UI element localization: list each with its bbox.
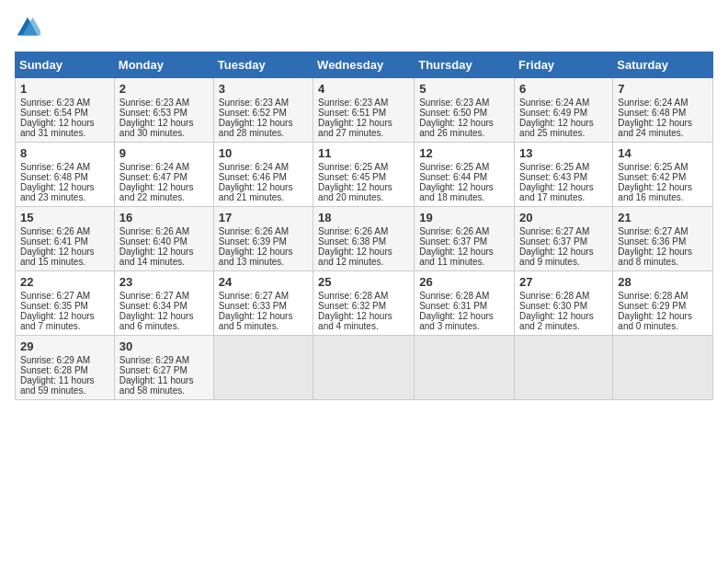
calendar-cell: 8Sunrise: 6:24 AMSunset: 6:48 PMDaylight… xyxy=(16,143,115,207)
daylight-text: Daylight: 11 hours and 58 minutes. xyxy=(119,375,194,396)
daylight-text: Daylight: 12 hours and 31 minutes. xyxy=(20,118,95,138)
calendar-cell: 30Sunrise: 6:29 AMSunset: 6:27 PMDayligh… xyxy=(114,336,213,400)
logo xyxy=(15,15,42,40)
sunrise-text: Sunrise: 6:27 AM xyxy=(519,226,589,236)
sunset-text: Sunset: 6:48 PM xyxy=(618,108,686,118)
sunrise-text: Sunrise: 6:27 AM xyxy=(20,291,90,301)
calendar-cell: 13Sunrise: 6:25 AMSunset: 6:43 PMDayligh… xyxy=(515,143,613,207)
calendar-cell: 12Sunrise: 6:25 AMSunset: 6:44 PMDayligh… xyxy=(415,143,515,207)
sunset-text: Sunset: 6:53 PM xyxy=(119,108,188,118)
day-number: 22 xyxy=(20,275,109,289)
daylight-text: Daylight: 12 hours and 13 minutes. xyxy=(219,247,293,267)
sunset-text: Sunset: 6:37 PM xyxy=(519,236,587,247)
calendar-cell: 27Sunrise: 6:28 AMSunset: 6:30 PMDayligh… xyxy=(515,271,613,336)
sunrise-text: Sunrise: 6:28 AM xyxy=(419,291,489,301)
calendar-cell: 5Sunrise: 6:23 AMSunset: 6:50 PMDaylight… xyxy=(415,78,515,143)
calendar-cell: 4Sunrise: 6:23 AMSunset: 6:51 PMDaylight… xyxy=(313,78,415,143)
day-number: 30 xyxy=(119,339,209,353)
calendar-cell xyxy=(213,336,313,400)
calendar-cell: 16Sunrise: 6:26 AMSunset: 6:40 PMDayligh… xyxy=(114,207,213,271)
daylight-text: Daylight: 12 hours and 30 minutes. xyxy=(119,118,194,138)
daylight-text: Daylight: 12 hours and 20 minutes. xyxy=(318,182,392,202)
calendar-row: 22Sunrise: 6:27 AMSunset: 6:35 PMDayligh… xyxy=(16,271,713,336)
sunrise-text: Sunrise: 6:29 AM xyxy=(20,355,90,365)
day-number: 27 xyxy=(519,275,608,289)
calendar-cell: 3Sunrise: 6:23 AMSunset: 6:52 PMDaylight… xyxy=(213,78,313,143)
day-number: 2 xyxy=(119,82,209,96)
sunrise-text: Sunrise: 6:27 AM xyxy=(219,291,289,301)
day-number: 10 xyxy=(219,146,308,160)
calendar-cell: 2Sunrise: 6:23 AMSunset: 6:53 PMDaylight… xyxy=(114,78,213,143)
daylight-text: Daylight: 12 hours and 23 minutes. xyxy=(20,182,95,202)
day-number: 19 xyxy=(419,211,509,224)
day-number: 12 xyxy=(419,146,509,160)
sunset-text: Sunset: 6:27 PM xyxy=(119,365,188,375)
calendar-cell: 7Sunrise: 6:24 AMSunset: 6:48 PMDaylight… xyxy=(613,78,713,143)
sunset-text: Sunset: 6:32 PM xyxy=(318,301,386,311)
calendar-cell: 17Sunrise: 6:26 AMSunset: 6:39 PMDayligh… xyxy=(213,207,313,271)
day-number: 26 xyxy=(419,275,509,289)
calendar-cell: 9Sunrise: 6:24 AMSunset: 6:47 PMDaylight… xyxy=(114,143,213,207)
sunrise-text: Sunrise: 6:27 AM xyxy=(119,291,189,301)
day-number: 13 xyxy=(519,146,608,160)
day-number: 17 xyxy=(219,211,308,224)
day-number: 20 xyxy=(519,211,608,224)
sunrise-text: Sunrise: 6:26 AM xyxy=(419,226,489,236)
daylight-text: Daylight: 12 hours and 8 minutes. xyxy=(618,247,692,267)
sunset-text: Sunset: 6:28 PM xyxy=(20,365,88,375)
sunset-text: Sunset: 6:33 PM xyxy=(219,301,287,311)
calendar-row: 29Sunrise: 6:29 AMSunset: 6:28 PMDayligh… xyxy=(16,336,713,400)
sunrise-text: Sunrise: 6:23 AM xyxy=(318,98,388,108)
sunset-text: Sunset: 6:42 PM xyxy=(618,172,686,182)
daylight-text: Daylight: 12 hours and 6 minutes. xyxy=(119,311,194,331)
day-number: 9 xyxy=(119,146,209,160)
sunrise-text: Sunrise: 6:25 AM xyxy=(318,162,388,172)
sunrise-text: Sunrise: 6:23 AM xyxy=(419,98,489,108)
sunrise-text: Sunrise: 6:24 AM xyxy=(618,98,688,108)
sunrise-text: Sunrise: 6:28 AM xyxy=(519,291,589,301)
daylight-text: Daylight: 12 hours and 27 minutes. xyxy=(318,118,392,138)
day-number: 25 xyxy=(318,275,409,289)
daylight-text: Daylight: 12 hours and 18 minutes. xyxy=(419,182,494,202)
sunrise-text: Sunrise: 6:28 AM xyxy=(618,291,688,301)
sunrise-text: Sunrise: 6:26 AM xyxy=(119,226,189,236)
sunset-text: Sunset: 6:49 PM xyxy=(519,108,587,118)
sunset-text: Sunset: 6:35 PM xyxy=(20,301,88,311)
calendar-row: 8Sunrise: 6:24 AMSunset: 6:48 PMDaylight… xyxy=(16,143,713,207)
daylight-text: Daylight: 12 hours and 11 minutes. xyxy=(419,247,494,267)
calendar-cell: 15Sunrise: 6:26 AMSunset: 6:41 PMDayligh… xyxy=(16,207,115,271)
sunset-text: Sunset: 6:46 PM xyxy=(219,172,287,182)
daylight-text: Daylight: 12 hours and 17 minutes. xyxy=(519,182,594,202)
sunset-text: Sunset: 6:40 PM xyxy=(119,236,188,247)
page-header xyxy=(15,15,713,40)
sunset-text: Sunset: 6:54 PM xyxy=(20,108,88,118)
day-header-tuesday: Tuesday xyxy=(213,52,313,78)
daylight-text: Daylight: 12 hours and 16 minutes. xyxy=(618,182,692,202)
daylight-text: Daylight: 12 hours and 15 minutes. xyxy=(20,247,95,267)
day-number: 28 xyxy=(618,275,708,289)
sunset-text: Sunset: 6:37 PM xyxy=(419,236,487,247)
day-number: 21 xyxy=(618,211,708,224)
day-number: 8 xyxy=(20,146,109,160)
sunrise-text: Sunrise: 6:24 AM xyxy=(519,98,589,108)
daylight-text: Daylight: 12 hours and 21 minutes. xyxy=(219,182,293,202)
day-number: 5 xyxy=(419,82,509,96)
daylight-text: Daylight: 12 hours and 5 minutes. xyxy=(219,311,293,331)
day-header-sunday: Sunday xyxy=(16,52,115,78)
calendar-cell: 23Sunrise: 6:27 AMSunset: 6:34 PMDayligh… xyxy=(114,271,213,336)
calendar-cell: 1Sunrise: 6:23 AMSunset: 6:54 PMDaylight… xyxy=(16,78,115,143)
calendar-cell: 26Sunrise: 6:28 AMSunset: 6:31 PMDayligh… xyxy=(415,271,515,336)
calendar-cell: 14Sunrise: 6:25 AMSunset: 6:42 PMDayligh… xyxy=(613,143,713,207)
sunset-text: Sunset: 6:45 PM xyxy=(318,172,386,182)
daylight-text: Daylight: 12 hours and 0 minutes. xyxy=(618,311,692,331)
sunset-text: Sunset: 6:44 PM xyxy=(419,172,487,182)
daylight-text: Daylight: 11 hours and 59 minutes. xyxy=(20,375,95,396)
sunset-text: Sunset: 6:47 PM xyxy=(119,172,188,182)
calendar-cell: 19Sunrise: 6:26 AMSunset: 6:37 PMDayligh… xyxy=(415,207,515,271)
day-number: 7 xyxy=(618,82,708,96)
day-number: 24 xyxy=(219,275,308,289)
calendar-cell: 6Sunrise: 6:24 AMSunset: 6:49 PMDaylight… xyxy=(515,78,613,143)
daylight-text: Daylight: 12 hours and 4 minutes. xyxy=(318,311,392,331)
daylight-text: Daylight: 12 hours and 7 minutes. xyxy=(20,311,95,331)
day-number: 1 xyxy=(20,82,109,96)
